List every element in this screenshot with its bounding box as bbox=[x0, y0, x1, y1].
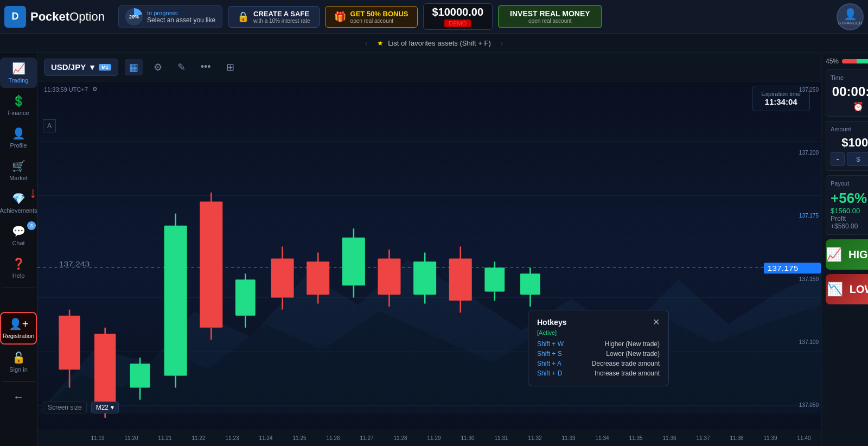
sidebar-item-help[interactable]: ❓ Help bbox=[0, 253, 37, 283]
svg-rect-16 bbox=[130, 364, 150, 387]
sidebar-item-back[interactable]: ← bbox=[0, 386, 37, 407]
payout-section: Payout ? +56% $1560.00 Profit +$560.00 bbox=[826, 175, 868, 235]
sidebar-item-finance[interactable]: 💲 Finance bbox=[0, 90, 37, 120]
asset-selector[interactable]: USD/JPY ▾ M1 bbox=[44, 59, 118, 76]
hotkey-action-a: Decrease trade amount bbox=[592, 360, 660, 367]
xaxis-1134: 11:34 bbox=[585, 435, 619, 441]
higher-icon: 📈 bbox=[826, 247, 842, 262]
avatar-icon: 👤 bbox=[844, 8, 857, 21]
sidebar-item-trading[interactable]: 📈 Trading bbox=[0, 58, 37, 88]
chart-grid-button[interactable]: ⊞ bbox=[222, 59, 239, 75]
hotkeys-title: Hotkeys bbox=[537, 318, 566, 327]
svg-text:137.243: 137.243 bbox=[59, 260, 90, 268]
xaxis-1126: 11:26 bbox=[316, 435, 350, 441]
sidebar-signin-label: Sign in bbox=[9, 366, 28, 373]
svg-rect-13 bbox=[94, 334, 116, 412]
profile-icon: 👤 bbox=[12, 127, 25, 140]
balance-amount: $10000.00 bbox=[432, 6, 484, 18]
bonus-button[interactable]: 🎁 GET 50% BONUS open real account bbox=[325, 6, 418, 28]
amount-controls: - $ + bbox=[831, 152, 868, 166]
hotkey-key-w: Shift + W bbox=[537, 340, 580, 348]
hotkeys-close-button[interactable]: ✕ bbox=[653, 317, 660, 327]
payout-percentage: +56% bbox=[831, 190, 868, 207]
xaxis-1129: 11:29 bbox=[417, 435, 451, 441]
sidebar-item-chat[interactable]: 💬 Chat 3 bbox=[0, 220, 37, 251]
chart-draw-button[interactable]: ✎ bbox=[173, 59, 190, 75]
avatar-button[interactable]: 👤 STRANGER bbox=[837, 3, 864, 30]
svg-rect-37 bbox=[378, 259, 400, 295]
candlestick-chart: 137.175 bbox=[37, 81, 821, 430]
sidebar-chat-label: Chat bbox=[12, 240, 24, 246]
sidebar-item-registration[interactable]: 👤+ Registration bbox=[0, 312, 37, 345]
sidebar-help-label: Help bbox=[12, 272, 25, 279]
logo-icon: D bbox=[4, 6, 26, 28]
gift-icon: 🎁 bbox=[334, 11, 346, 23]
svg-rect-43 bbox=[449, 259, 472, 301]
hotkey-row-w: Shift + W Higher (New trade) bbox=[537, 340, 660, 348]
hotkey-key-s: Shift + S bbox=[537, 350, 580, 358]
svg-text:137.175: 137.175 bbox=[768, 264, 799, 272]
dropdown-arrow-icon: ▾ bbox=[90, 62, 94, 72]
chart-toolbar: USD/JPY ▾ M1 ▦ ⚙ ✎ ••• ⊞ bbox=[37, 53, 821, 81]
chart-area: USD/JPY ▾ M1 ▦ ⚙ ✎ ••• ⊞ 11:33:59 UTC+7 … bbox=[37, 53, 821, 446]
favorites-bar: ‹ ★ List of favorites assets (Shift + F)… bbox=[0, 34, 868, 53]
xaxis-1125: 11:25 bbox=[283, 435, 316, 441]
xaxis-1131: 11:31 bbox=[484, 435, 518, 441]
sidebar-divider bbox=[2, 288, 35, 288]
invest-button[interactable]: INVEST REAL MONEY open real account bbox=[498, 5, 602, 28]
hotkey-action-s: Lower (New trade) bbox=[606, 350, 660, 358]
hotkey-row-d: Shift + D Increase trade amount bbox=[537, 369, 660, 377]
sidebar-item-market[interactable]: 🛒 Market bbox=[0, 155, 37, 186]
screen-size-bar: Screen size M22 ▾ bbox=[43, 402, 119, 413]
svg-rect-34 bbox=[342, 238, 365, 286]
currency-symbol: $ bbox=[847, 152, 868, 166]
right-trading-panel: 45% 55% Time ? 00:00:05 ⏰ Amount ? $1000 bbox=[821, 53, 868, 446]
higher-button[interactable]: 📈 HIGHER bbox=[826, 239, 868, 270]
xaxis-1130: 11:30 bbox=[451, 435, 484, 441]
payout-profit-label: Profit bbox=[831, 215, 868, 222]
nav-arrow-right[interactable]: › bbox=[495, 34, 508, 53]
create-safe-button[interactable]: 🔒 CREATE A SAFE with a 10% interest rate bbox=[228, 6, 320, 28]
signin-icon: 🔓 bbox=[12, 351, 25, 364]
hotkey-action-d: Increase trade amount bbox=[595, 369, 660, 377]
xaxis-1128: 11:28 bbox=[384, 435, 417, 441]
xaxis-1120: 11:20 bbox=[114, 435, 148, 441]
chart-more-button[interactable]: ••• bbox=[196, 59, 215, 75]
left-sidebar: 📈 Trading 💲 Finance 👤 Profile 🛒 Market 💎… bbox=[0, 53, 37, 446]
invest-label: INVEST REAL MONEY bbox=[510, 9, 590, 18]
sidebar-profile-label: Profile bbox=[10, 142, 27, 149]
amount-decrease-button[interactable]: - bbox=[831, 152, 845, 166]
payout-profit-value: $1560.00 bbox=[831, 207, 868, 215]
xaxis-1132: 11:32 bbox=[518, 435, 552, 441]
lower-button[interactable]: 📉 LOWER bbox=[826, 274, 868, 304]
trading-icon: 📈 bbox=[12, 62, 25, 75]
svg-rect-31 bbox=[307, 262, 329, 295]
screen-size-select[interactable]: M22 ▾ bbox=[91, 402, 119, 413]
hotkey-row-a: Shift + A Decrease trade amount bbox=[537, 360, 660, 367]
sidebar-registration-label: Registration bbox=[3, 333, 35, 339]
pct-bar-green bbox=[857, 59, 868, 63]
avatar-label: STRANGER bbox=[838, 21, 862, 26]
sidebar-item-signin[interactable]: 🔓 Sign in bbox=[0, 347, 37, 377]
hotkeys-popup: Hotkeys ✕ [Active] Shift + W Higher (New… bbox=[528, 310, 669, 386]
logo-area: D PocketOption bbox=[4, 6, 113, 28]
sidebar-trading-label: Trading bbox=[9, 77, 29, 84]
achievements-icon: 💎 bbox=[12, 192, 25, 205]
xaxis-1124: 11:24 bbox=[249, 435, 283, 441]
svg-rect-19 bbox=[164, 226, 187, 376]
invest-sub: open real account bbox=[528, 18, 572, 24]
sidebar-finance-label: Finance bbox=[8, 110, 29, 116]
chat-badge: 3 bbox=[27, 221, 36, 230]
svg-rect-22 bbox=[200, 201, 222, 327]
nav-arrow-left[interactable]: ‹ bbox=[360, 34, 373, 53]
svg-rect-46 bbox=[484, 267, 505, 291]
chart-settings-button[interactable]: ⚙ bbox=[149, 59, 167, 75]
lock-icon: 🔒 bbox=[237, 11, 249, 23]
hotkeys-status: [Active] bbox=[537, 329, 660, 336]
screen-size-label: Screen size bbox=[43, 402, 87, 413]
chart-type-bar-button[interactable]: ▦ bbox=[125, 59, 143, 75]
progress-circle: 20% bbox=[125, 8, 143, 26]
chart-canvas: 11:33:59 UTC+7 ⚙ A Expiration time 11:34… bbox=[37, 81, 821, 430]
back-icon: ← bbox=[13, 391, 24, 403]
sidebar-item-profile[interactable]: 👤 Profile bbox=[0, 123, 37, 153]
